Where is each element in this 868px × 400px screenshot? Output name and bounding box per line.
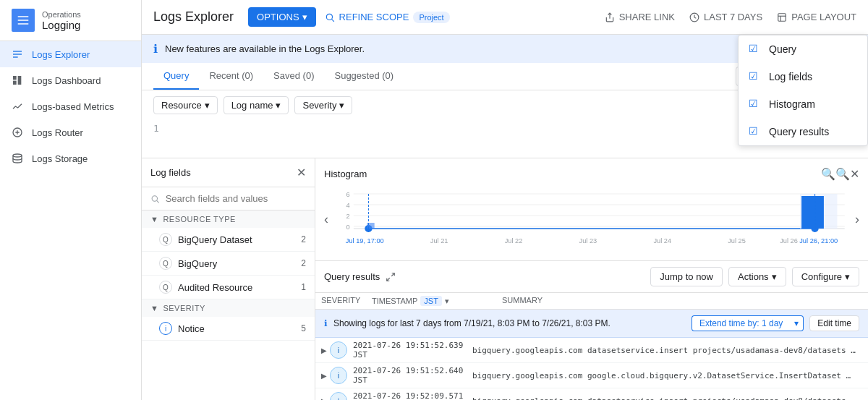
sidebar-header: Operations Logging (0, 0, 141, 41)
resource-type-section-header[interactable]: ▼ RESOURCE TYPE (142, 210, 315, 228)
app-logo (12, 9, 35, 32)
log-summary: bigquery.googleapis.com datasetservice.i… (472, 346, 862, 355)
svg-text:2: 2 (346, 213, 350, 220)
check-icon: ☑ (749, 43, 762, 56)
audited-resource-icon: Q (159, 281, 172, 294)
extend-time-wrap: Extend time by: 1 day ▾ (692, 315, 804, 331)
info-bar-top: ℹ Showing logs for last 7 days from 7/19… (315, 310, 868, 338)
check-icon: ☑ (749, 70, 762, 83)
sidebar-item-logs-dashboard[interactable]: Logs Dashboard (0, 67, 141, 93)
zoom-out-button[interactable]: 🔍 (821, 167, 835, 181)
svg-rect-8 (13, 76, 17, 80)
resource-filter[interactable]: Resource ▾ (153, 96, 218, 114)
page-layout-button[interactable]: PAGE LAYOUT (777, 12, 856, 22)
zoom-in-button[interactable]: 🔍 (835, 167, 850, 181)
svg-point-10 (13, 154, 22, 157)
table-headers: SEVERITY TIMESTAMP JST ▾ SUMMARY (315, 293, 868, 310)
results-header: Query results Jump to now Actions ▾ Conf… (315, 261, 868, 293)
sidebar-brand: Operations Logging (42, 10, 81, 31)
tab-saved[interactable]: Saved (0) (263, 63, 324, 90)
svg-text:6: 6 (346, 191, 350, 198)
query-results-panel: Query results Jump to now Actions ▾ Conf… (315, 261, 868, 400)
page-title: Logs Explorer (153, 9, 234, 25)
svg-rect-2 (18, 23, 29, 25)
svg-text:Jul 21: Jul 21 (430, 237, 448, 244)
field-count: 2 (301, 234, 306, 244)
sidebar-item-label: Logs Router (32, 127, 83, 138)
log-name-filter[interactable]: Log name ▾ (224, 96, 289, 114)
severity-filter[interactable]: Severity ▾ (294, 96, 352, 114)
logs-metrics-icon (12, 101, 23, 112)
logs-storage-icon (12, 153, 23, 164)
svg-point-18 (152, 195, 157, 200)
log-summary: bigquery.googleapis.com google.cloud.big… (472, 371, 862, 380)
refine-scope-button[interactable]: REFINE SCOPE Project (325, 12, 450, 23)
extend-time-dropdown-button[interactable]: ▾ (790, 315, 804, 331)
search-icon (150, 194, 160, 204)
bigquery-dataset-icon: Q (159, 233, 172, 246)
histogram-next-button[interactable]: › (855, 212, 859, 227)
dropdown-item-histogram[interactable]: ☑ Histogram (739, 90, 867, 118)
check-icon: ☑ (749, 98, 762, 111)
histogram-close-button[interactable]: ✕ (850, 167, 859, 181)
log-timestamp: 2021-07-26 19:51:52.639 JST (353, 341, 472, 359)
jump-to-now-button[interactable]: Jump to now (650, 267, 723, 286)
log-fields-search (142, 187, 315, 210)
layout-icon (777, 12, 787, 22)
options-button[interactable]: OPTIONS ▾ (248, 7, 316, 27)
sidebar-item-label: Logs Explorer (32, 49, 90, 60)
info-icon: ℹ (153, 42, 158, 56)
share-icon (605, 12, 615, 22)
svg-rect-5 (13, 56, 18, 57)
main-area: Logs Explorer OPTIONS ▾ REFINE SCOPE Pro… (142, 0, 868, 400)
svg-rect-15 (778, 13, 786, 21)
bottom-panels: Log fields ✕ ▼ RESOURCE TYPE Q BigQuery … (142, 158, 868, 400)
col-header-timestamp: TIMESTAMP JST ▾ (372, 296, 502, 306)
dropdown-item-log-fields[interactable]: ☑ Log fields (739, 63, 867, 90)
edit-time-button[interactable]: Edit time (809, 315, 859, 331)
svg-rect-7 (18, 76, 22, 85)
dropdown-item-query[interactable]: ☑ Query (739, 35, 867, 63)
results-title: Query results (324, 271, 380, 282)
severity-section-header[interactable]: ▼ SEVERITY (142, 299, 315, 317)
dropdown-item-label: Histogram (769, 98, 815, 110)
list-item[interactable]: i Notice 5 (142, 317, 315, 341)
list-item[interactable]: Q BigQuery 2 (142, 252, 315, 276)
expand-arrow: ▶ (321, 372, 327, 380)
last-7-days-button[interactable]: LAST 7 DAYS (689, 12, 762, 22)
table-row[interactable]: ▶ i 2021-07-26 19:52:09.571 JST bigquery… (315, 388, 868, 400)
severity-badge: i (330, 367, 347, 384)
sidebar-item-logs-explorer[interactable]: Logs Explorer (0, 41, 141, 67)
table-row[interactable]: ▶ i 2021-07-26 19:51:52.640 JST bigquery… (315, 363, 868, 388)
tab-suggested[interactable]: Suggested (0) (324, 63, 404, 90)
field-label: Notice (178, 323, 295, 334)
log-fields-search-input[interactable] (166, 193, 306, 204)
list-item[interactable]: Q BigQuery Dataset 2 (142, 228, 315, 252)
sidebar-nav: Logs Explorer Logs Dashboard Logs-based … (0, 41, 141, 171)
dropdown-item-label: Log fields (769, 71, 812, 82)
configure-button[interactable]: Configure ▾ (792, 267, 859, 286)
histogram-header: Histogram 🔍 🔍 ✕ (324, 167, 859, 181)
brand-category: Operations (42, 10, 81, 19)
field-label: Audited Resource (178, 282, 295, 293)
svg-text:Jul 26, 21:00: Jul 26, 21:00 (799, 237, 838, 244)
tab-recent[interactable]: Recent (0) (199, 63, 263, 90)
actions-button[interactable]: Actions ▾ (728, 267, 786, 286)
dropdown-item-query-results[interactable]: ☑ Query results (739, 118, 867, 145)
right-panels: Histogram 🔍 🔍 ✕ ‹ (315, 158, 868, 400)
severity-badge: i (330, 341, 347, 359)
log-fields-close-button[interactable]: ✕ (297, 166, 306, 179)
tab-query[interactable]: Query (153, 63, 199, 90)
jst-badge[interactable]: JST (420, 296, 442, 306)
share-link-button[interactable]: SHARE LINK (605, 12, 675, 22)
notice-icon: i (159, 322, 172, 335)
histogram-prev-button[interactable]: ‹ (324, 212, 328, 227)
list-item[interactable]: Q Audited Resource 1 (142, 276, 315, 299)
extend-time-button[interactable]: Extend time by: 1 day (692, 315, 790, 331)
svg-text:Jul 25: Jul 25 (728, 237, 746, 244)
sidebar-item-logs-based-metrics[interactable]: Logs-based Metrics (0, 93, 141, 119)
table-row[interactable]: ▶ i 2021-07-26 19:51:52.639 JST bigquery… (315, 338, 868, 363)
sidebar-item-logs-router[interactable]: Logs Router (0, 119, 141, 145)
sidebar-item-logs-storage[interactable]: Logs Storage (0, 145, 141, 171)
dropdown-item-label: Query (769, 43, 796, 55)
